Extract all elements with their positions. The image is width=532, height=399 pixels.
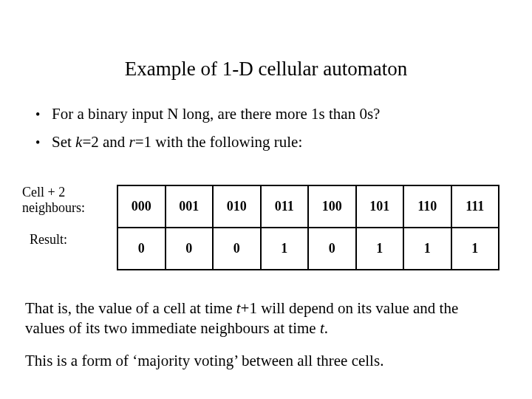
explanation-para-2: This is a form of ‘majority voting’ betw… xyxy=(25,351,497,371)
text-fragment: That is, the value of a cell at time xyxy=(25,299,236,317)
slide: Example of 1-D cellular automaton For a … xyxy=(0,0,532,399)
bullet-icon xyxy=(35,103,52,124)
explanation-block: That is, the value of a cell at time t+1… xyxy=(25,299,497,383)
rule-header-cell: 001 xyxy=(166,185,214,228)
explanation-para-1: That is, the value of a cell at time t+1… xyxy=(25,299,497,339)
rule-value-cell: 0 xyxy=(213,228,261,270)
rule-value-cell: 1 xyxy=(451,228,499,270)
rule-value-cell: 0 xyxy=(166,228,214,270)
var-r: r xyxy=(129,133,135,151)
table-row: 000 001 010 011 100 101 110 111 xyxy=(117,185,499,228)
rule-value-cell: 0 xyxy=(117,228,166,270)
bullet-icon xyxy=(35,132,52,152)
bullet-text: Set k=2 and r=1 with the following rule: xyxy=(52,132,302,152)
bullet-item: For a binary input N long, are there mor… xyxy=(35,103,488,124)
rule-value-cell: 1 xyxy=(356,228,404,270)
rule-header-cell: 110 xyxy=(403,185,451,228)
rule-header-cell: 011 xyxy=(261,185,309,228)
rule-header-cell: 111 xyxy=(451,185,499,228)
page-title: Example of 1-D cellular automaton xyxy=(0,58,532,81)
rule-header-cell: 101 xyxy=(356,185,404,228)
rule-value-cell: 1 xyxy=(403,228,451,270)
rule-header-cell: 010 xyxy=(213,185,261,228)
row-label-result: Result: xyxy=(22,223,117,270)
text-fragment: . xyxy=(324,319,328,337)
rule-header-cell: 000 xyxy=(117,185,166,228)
text-fragment: =1 with the following rule: xyxy=(135,133,302,151)
rule-table-area: Cell + 2 neighbours: Result: 000 001 010… xyxy=(22,185,499,270)
table-row: 0 0 0 1 0 1 1 1 xyxy=(117,228,499,270)
rule-header-cell: 100 xyxy=(308,185,356,228)
bullet-list: For a binary input N long, are there mor… xyxy=(35,96,488,153)
rule-value-cell: 1 xyxy=(261,228,309,270)
row-labels: Cell + 2 neighbours: Result: xyxy=(22,185,117,270)
text-fragment: Set xyxy=(52,133,75,151)
rule-table: 000 001 010 011 100 101 110 111 0 0 0 1 … xyxy=(117,185,499,270)
bullet-text: For a binary input N long, are there mor… xyxy=(52,103,380,124)
text-fragment: =2 and xyxy=(82,133,129,151)
bullet-item: Set k=2 and r=1 with the following rule: xyxy=(35,132,488,152)
rule-value-cell: 0 xyxy=(308,228,356,270)
row-label-neighbours: Cell + 2 neighbours: xyxy=(22,185,117,223)
